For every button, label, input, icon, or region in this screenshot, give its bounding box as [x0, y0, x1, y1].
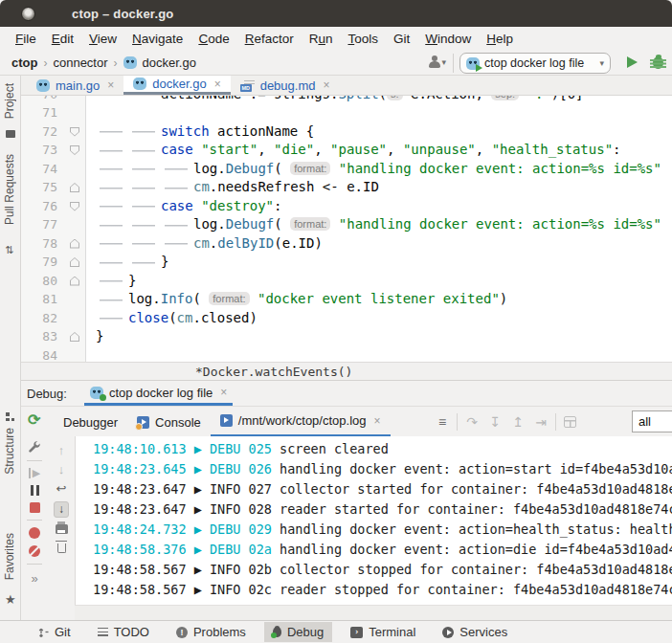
close-icon[interactable]: × [323, 78, 329, 92]
status-bar: Git TODO ! Problems Debug › Terminal Ser… [0, 620, 672, 643]
fold-marker-icon[interactable] [70, 202, 79, 211]
code-token: } [128, 273, 136, 288]
menu-file[interactable]: File [8, 29, 44, 49]
fold-marker-icon[interactable] [70, 145, 79, 155]
evaluate-expression-icon[interactable] [564, 416, 576, 428]
code-token: "unpause" [403, 142, 476, 157]
statusbar-item-problems[interactable]: ! Problems [168, 622, 255, 642]
horizontal-scrollbar[interactable] [75, 605, 672, 620]
fold-marker-icon[interactable] [70, 127, 79, 137]
rerun-icon[interactable]: ⟳ [28, 412, 40, 428]
user-icon [428, 55, 441, 68]
menu-navigate[interactable]: Navigate [124, 29, 190, 49]
line-number: 80 [21, 272, 65, 291]
go-file-icon [123, 56, 137, 69]
statusbar-item-git[interactable]: Git [29, 622, 79, 642]
log-filter-input[interactable]: all [632, 410, 672, 432]
scroll-to-end-icon[interactable]: ↓ [54, 501, 69, 518]
statusbar-label: Problems [193, 625, 246, 639]
go-file-icon [133, 78, 146, 90]
resume-program-icon[interactable]: ▶ [29, 468, 40, 478]
menu-help[interactable]: Help [479, 29, 521, 49]
menu-tools[interactable]: Tools [340, 29, 386, 49]
close-icon[interactable]: × [373, 414, 380, 428]
code-token: ) [500, 291, 507, 306]
code-line: 72switch actionName { [21, 122, 672, 142]
window-button-icon[interactable] [21, 7, 35, 21]
tool-stripe-structure[interactable]: Structure [3, 428, 16, 475]
menu-view[interactable]: View [81, 29, 124, 49]
prev-occurrence-icon[interactable]: ↑ [58, 444, 65, 456]
log-prefix: 19:48:23.645 ▶ DEBU 026 [93, 461, 280, 477]
soft-wrap-icon[interactable]: ↩ [56, 482, 67, 495]
step-into-icon[interactable]: ↧ [483, 414, 506, 430]
code-token: Split [338, 96, 378, 101]
log-console[interactable]: 19:48:10.613 ▶ DEBU 025 screen cleared19… [75, 436, 672, 605]
pause-program-icon[interactable] [31, 485, 39, 496]
fold-marker-icon[interactable] [70, 277, 79, 286]
print-icon[interactable] [56, 524, 68, 534]
menu-edit[interactable]: Edit [44, 29, 81, 49]
menu-window[interactable]: Window [417, 29, 479, 49]
statusbar-item-debug[interactable]: Debug [264, 622, 332, 642]
fold-marker-icon[interactable] [70, 183, 79, 192]
layout-menu-icon[interactable]: ≡ [431, 414, 454, 430]
statusbar-item-todo[interactable]: TODO [89, 622, 158, 642]
code-text: case "start", "die", "pause", "unpause",… [86, 141, 621, 160]
code-text: close(cm.closed) [86, 309, 258, 328]
run-config-select[interactable]: ctop docker log file ▾ [459, 53, 611, 74]
tab-debugger[interactable]: Debugger [54, 407, 127, 437]
debug-session-tab[interactable]: ctop docker log file × [84, 382, 233, 406]
tab-log-file[interactable]: /mnt/work/ctop/ctop.log × [211, 407, 391, 437]
breadcrumb: ctop › connector › docker.go [11, 51, 196, 75]
next-occurrence-icon[interactable]: ↓ [58, 463, 65, 476]
tool-stripe-pull-requests[interactable]: Pull Requests [3, 154, 16, 225]
close-icon[interactable]: × [220, 386, 227, 399]
code-editor[interactable]: 70actionName := strings.Split(s: e.Actio… [21, 96, 672, 362]
run-to-cursor-icon[interactable]: ⇥ [529, 414, 552, 430]
run-config-icon [466, 57, 480, 70]
mute-breakpoints-icon[interactable] [29, 545, 40, 557]
code-token: actionName { [210, 123, 315, 139]
tab-main-go[interactable]: main.go × [27, 76, 123, 95]
project-icon [6, 130, 15, 138]
fold-marker-icon[interactable] [70, 257, 79, 267]
log-prefix: 19:48:58.567 ▶ INFO 02b [93, 562, 280, 577]
fold-marker-icon[interactable] [70, 332, 79, 342]
code-token: log. [193, 161, 226, 176]
tab-debug-md[interactable]: debug.md × [231, 76, 340, 95]
tool-stripe-favorites[interactable]: Favorites [3, 533, 16, 580]
breadcrumb-project[interactable]: ctop [11, 55, 37, 70]
fold-marker-icon[interactable] [70, 239, 79, 249]
settings-wrench-icon[interactable] [28, 440, 41, 454]
debug-button[interactable] [653, 56, 663, 69]
code-token: log. [128, 291, 161, 306]
more-actions-icon[interactable]: » [31, 571, 37, 586]
close-icon[interactable]: × [214, 78, 221, 91]
breadcrumb-package[interactable]: connector [53, 55, 107, 70]
breadcrumb-file[interactable]: docker.go [143, 55, 196, 70]
tool-stripe-project[interactable]: Project [3, 83, 16, 119]
menu-run[interactable]: Run [302, 29, 341, 49]
statusbar-item-terminal[interactable]: › Terminal [342, 622, 424, 642]
breakpoints-icon[interactable] [29, 527, 40, 539]
log-prefix: 19:48:24.732 ▶ DEBU 029 [93, 521, 280, 537]
user-account-button[interactable]: ▾ [428, 55, 446, 68]
log-prefix: 19:48:58.567 ▶ INFO 02c [93, 582, 280, 597]
step-out-icon[interactable]: ↥ [506, 414, 529, 430]
code-token: , [258, 142, 274, 157]
menu-refactor[interactable]: Refactor [237, 29, 302, 49]
tab-docker-go[interactable]: docker.go × [123, 76, 230, 95]
console-icon [137, 416, 149, 429]
run-button[interactable] [627, 56, 638, 68]
close-icon[interactable]: × [107, 78, 114, 92]
menu-code[interactable]: Code [190, 29, 236, 49]
pull-requests-icon: ⇅ [5, 244, 13, 256]
menu-git[interactable]: Git [386, 29, 417, 49]
tab-console[interactable]: Console [127, 407, 211, 437]
clear-all-icon[interactable] [57, 543, 66, 553]
stop-icon[interactable] [30, 502, 40, 513]
code-token: case [161, 142, 201, 157]
step-over-icon[interactable]: ↷ [460, 414, 483, 430]
statusbar-item-services[interactable]: Services [434, 622, 516, 642]
